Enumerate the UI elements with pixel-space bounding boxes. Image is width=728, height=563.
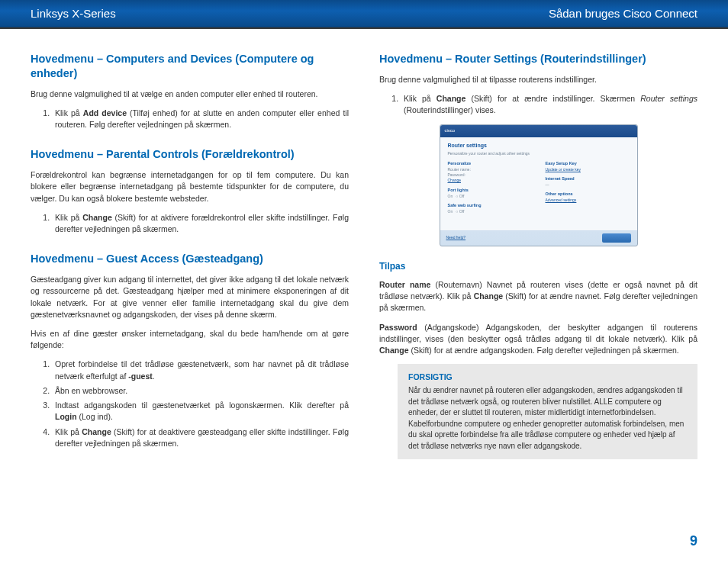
section-intro: Brug denne valgmulighed til at tilpasse … bbox=[379, 74, 697, 85]
bold-text: Add device bbox=[83, 108, 127, 117]
bold-text: Change bbox=[82, 213, 112, 222]
section-steps: Klik på Change (Skift) for at ændre inds… bbox=[379, 93, 697, 116]
ss-value: On ○ Off bbox=[448, 209, 532, 214]
right-column: Hovedmenu – Router Settings (Routerindst… bbox=[379, 52, 697, 476]
section-computers-devices: Hovedmenu – Computers and Devices (Compu… bbox=[31, 52, 349, 130]
section-intro: Forældrekontrol kan begrænse internetadg… bbox=[31, 169, 349, 204]
ss-titlebar: cisco bbox=[440, 125, 637, 137]
paragraph: Gæsteadgang giver kun adgang til interne… bbox=[31, 274, 349, 320]
left-column: Hovedmenu – Computers and Devices (Compu… bbox=[31, 52, 349, 476]
page-header: Linksys X-Series Sådan bruges Cisco Conn… bbox=[0, 0, 728, 27]
text: . bbox=[153, 372, 155, 381]
ss-finish-button bbox=[602, 233, 631, 243]
section-guest-access: Hovedmenu – Guest Access (Gæsteadgang) G… bbox=[31, 252, 349, 449]
caution-body: Når du ændrer navnet på routeren eller a… bbox=[408, 385, 687, 452]
page-body: Hovedmenu – Computers and Devices (Compu… bbox=[0, 29, 728, 476]
text: Klik på bbox=[55, 108, 83, 117]
section-steps: Klik på Add device (Tilføj enhed) for at… bbox=[31, 108, 349, 130]
section-parental-controls: Hovedmenu – Parental Controls (Forældrek… bbox=[31, 147, 349, 235]
caution-box: FORSIGTIG Når du ændrer navnet på router… bbox=[398, 364, 697, 459]
ss-label: Other options bbox=[546, 191, 630, 198]
step-item: Klik på Change (Skift) for at deaktivere… bbox=[52, 426, 349, 449]
ss-help-link: Need help? bbox=[446, 235, 466, 240]
header-left: Linksys X-Series bbox=[31, 7, 116, 20]
ss-label: Personalize bbox=[448, 161, 532, 167]
section-intro: Brug denne valgmulighed til at vælge en … bbox=[31, 88, 349, 100]
paragraph: Hvis en af dine gæster ønsker internetad… bbox=[31, 328, 349, 351]
bold-text: Login bbox=[55, 412, 77, 421]
step-item: Klik på Change (Skift) for at aktivere f… bbox=[52, 212, 349, 235]
ss-value: — bbox=[546, 182, 630, 188]
ss-link: Change bbox=[448, 178, 532, 183]
text: (Routerindstillinger) vises. bbox=[404, 105, 496, 114]
step-item: Klik på Change (Skift) for at ændre inds… bbox=[401, 93, 697, 116]
bold-text: Password bbox=[379, 323, 417, 332]
subsection-title: Tilpas bbox=[379, 260, 697, 273]
ss-col-right: Easy Setup Key Update or create key Inte… bbox=[546, 161, 630, 214]
bold-text: Change bbox=[474, 291, 504, 301]
step-item: Åbn en webbrowser. bbox=[52, 385, 349, 397]
section-router-settings: Hovedmenu – Router Settings (Routerindst… bbox=[379, 52, 697, 117]
paragraph: Password (Adgangskode) Adgangskoden, der… bbox=[379, 322, 697, 357]
ss-value: Password: bbox=[448, 172, 532, 178]
ss-label: Port lights bbox=[448, 188, 532, 194]
step-item: Opret forbindelse til det trådløse gæste… bbox=[52, 359, 349, 381]
ss-footer: Need help? bbox=[440, 230, 637, 246]
ss-label: Easy Setup Key bbox=[546, 161, 630, 167]
router-settings-screenshot: cisco Router settings Personalize your r… bbox=[440, 124, 638, 246]
cisco-logo: cisco bbox=[445, 127, 456, 134]
ss-value: Router name: bbox=[448, 167, 532, 172]
section-title: Hovedmenu – Parental Controls (Forældrek… bbox=[31, 147, 349, 162]
ss-subtitle: Personalize your router and adjust other… bbox=[448, 151, 630, 156]
section-title: Hovedmenu – Guest Access (Gæsteadgang) bbox=[31, 252, 349, 266]
bold-text: Change bbox=[379, 346, 409, 355]
ss-link: Advanced settings bbox=[546, 198, 630, 203]
bold-text: Router name bbox=[379, 280, 430, 289]
text: Klik på bbox=[404, 94, 436, 103]
text: (Skift) for at ændre adgangskoden. Følg … bbox=[409, 346, 679, 355]
ss-value: On ○ Off bbox=[448, 194, 532, 199]
ss-label: Internet Speed bbox=[546, 176, 630, 182]
text: Indtast adgangskoden til gæstenetværket … bbox=[55, 401, 349, 410]
bold-text: -guest bbox=[128, 372, 153, 381]
header-right: Sådan bruges Cisco Connect bbox=[549, 7, 697, 20]
section-title: Hovedmenu – Router Settings (Routerindst… bbox=[379, 52, 697, 66]
ss-body: Router settings Personalize your router … bbox=[440, 137, 637, 230]
text: (Log ind). bbox=[77, 412, 113, 421]
bold-text: Change bbox=[82, 427, 111, 436]
ss-title: Router settings bbox=[448, 142, 630, 150]
section-steps: Opret forbindelse til det trådløse gæste… bbox=[31, 359, 349, 449]
ss-col-left: Personalize Router name: Password: Chang… bbox=[448, 161, 532, 214]
caution-title: FORSIGTIG bbox=[408, 372, 687, 383]
text: Opret forbindelse til det trådløse gæste… bbox=[55, 359, 349, 380]
step-item: Indtast adgangskoden til gæstenetværket … bbox=[52, 400, 349, 423]
page-number: 9 bbox=[690, 533, 697, 549]
italic-text: Router settings bbox=[640, 94, 697, 103]
text: (Skift) for at ændre indstillinger. Skær… bbox=[465, 94, 640, 103]
text: Klik på bbox=[55, 427, 82, 436]
ss-link: Update or create key bbox=[546, 167, 630, 172]
ss-label: Safe web surfing bbox=[448, 203, 532, 209]
section-title: Hovedmenu – Computers and Devices (Compu… bbox=[31, 52, 349, 81]
section-steps: Klik på Change (Skift) for at aktivere f… bbox=[31, 212, 349, 235]
bold-text: Change bbox=[436, 94, 466, 103]
step-item: Klik på Add device (Tilføj enhed) for at… bbox=[52, 108, 349, 130]
section-tilpas: Tilpas Router name (Routernavn) Navnet p… bbox=[379, 260, 697, 460]
text: (Adgangskode) Adgangskoden, der beskytte… bbox=[379, 323, 697, 343]
paragraph: Router name (Routernavn) Navnet på route… bbox=[379, 279, 697, 314]
ss-columns: Personalize Router name: Password: Chang… bbox=[448, 161, 630, 214]
text: Klik på bbox=[55, 213, 82, 222]
